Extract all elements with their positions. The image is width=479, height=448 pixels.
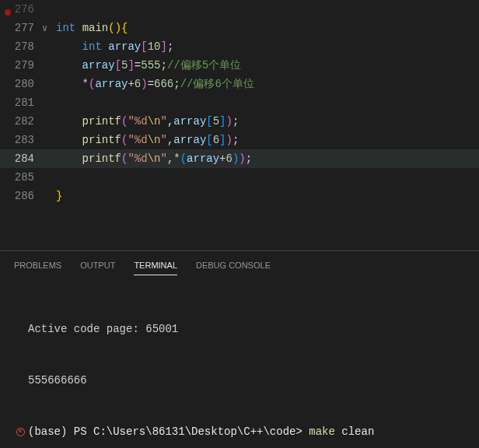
line-number: 277 (0, 22, 42, 34)
terminal[interactable]: Active code page: 65001 555666666 (base)… (0, 275, 479, 448)
breakpoint-icon[interactable] (5, 9, 11, 16)
terminal-line: 555666666 (14, 372, 465, 389)
code-line: 276 (0, 0, 479, 19)
code-editor[interactable]: 276 277 ∨ int main(){ 278 int array[10];… (0, 0, 479, 205)
terminal-line: Active code page: 65001 (14, 320, 465, 338)
code-line: 279 array[5]=555;//偏移5个单位 (0, 56, 479, 75)
line-number: 283 (0, 134, 42, 146)
line-number: 286 (0, 190, 42, 202)
line-number: 281 (0, 96, 42, 109)
tab-problems[interactable]: PROBLEMS (14, 257, 61, 275)
line-number: 280 (0, 78, 42, 90)
code-line: 277 ∨ int main(){ (0, 19, 479, 37)
bottom-panel: PROBLEMS OUTPUT TERMINAL DEBUG CONSOLE A… (0, 250, 479, 448)
code-line: 284 printf("%d\n",*(array+6)); (0, 149, 479, 168)
line-number: 278 (0, 40, 42, 53)
fold-icon[interactable]: ∨ (42, 23, 56, 34)
tab-debug-console[interactable]: DEBUG CONSOLE (196, 257, 271, 275)
line-number: 285 (0, 171, 42, 184)
tab-terminal[interactable]: TERMINAL (134, 257, 177, 275)
code-line: 281 (0, 93, 479, 112)
code-line: 278 int array[10]; (0, 37, 479, 56)
error-icon (14, 428, 26, 436)
line-number: 282 (0, 115, 42, 128)
line-number: 276 (0, 3, 42, 16)
code-line: 283 printf("%d\n",array[6]); (0, 131, 479, 149)
tab-output[interactable]: OUTPUT (80, 257, 115, 275)
code-line: 286 } (0, 187, 479, 205)
code-line: 280 *(array+6)=666;//偏移6个单位 (0, 75, 479, 93)
terminal-line: (base) PS C:\Users\86131\Desktop\C++\cod… (14, 423, 465, 440)
code-line: 285 (0, 168, 479, 187)
line-number: 284 (0, 152, 42, 165)
line-number: 279 (0, 59, 42, 72)
code-line: 282 printf("%d\n",array[5]); (0, 112, 479, 131)
panel-tabs: PROBLEMS OUTPUT TERMINAL DEBUG CONSOLE (0, 251, 479, 275)
